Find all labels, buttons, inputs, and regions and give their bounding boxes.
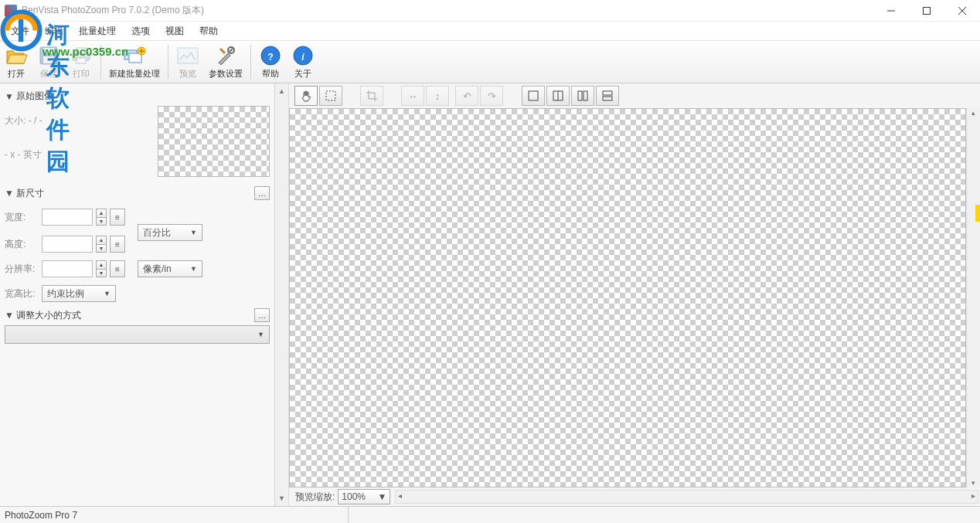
window-title: BenVista PhotoZoom Pro 7.0.2 (Demo 版本) [22,4,873,17]
svg-rect-26 [584,91,587,100]
flip-vertical-button[interactable]: ↕ [426,86,449,106]
svg-rect-15 [178,48,198,63]
width-label: 宽度: [5,211,39,224]
menu-file[interactable]: 文件 [3,22,37,40]
resize-method-combo[interactable]: ▼ [5,325,270,344]
printer-icon [70,44,93,67]
flip-horizontal-button[interactable]: ↔ [401,86,424,106]
toolbar-separator [250,45,251,79]
preview-footer: 预览缩放: 100%▼ [289,487,980,506]
width-spinner[interactable]: ▲▼ [96,209,107,226]
svg-rect-22 [529,91,538,100]
svg-rect-8 [43,56,54,63]
aspect-label: 宽高比: [5,287,39,301]
svg-rect-3 [924,7,931,14]
collapse-triangle-icon: ▼ [5,310,14,321]
tools-icon [214,44,237,67]
resolution-input[interactable] [42,260,93,277]
resolution-label: 分辨率: [5,263,39,276]
help-icon: ? [259,44,282,67]
app-icon [5,5,17,17]
original-thumbnail [158,106,270,177]
preview-pane: ↔ ↕ ↶ ↷ 预览缩放: 100%▼ [289,83,980,506]
original-dims-label: - x - 英寸 [5,144,151,165]
svg-rect-10 [77,48,86,53]
collapse-triangle-icon: ▼ [5,91,14,102]
folder-open-icon [5,44,28,67]
batch-icon [123,44,146,67]
view-split-horizontal-button[interactable] [596,86,619,106]
new-batch-button[interactable]: 新建批量处理 [104,41,165,83]
svg-rect-25 [578,91,582,100]
hand-tool-button[interactable] [294,86,318,106]
svg-rect-21 [326,91,335,100]
menu-edit[interactable]: 编辑 [37,22,71,40]
preview-button[interactable]: 预览 [172,41,204,83]
original-image-section-header[interactable]: ▼ 原始图像 [5,90,270,103]
svg-text:?: ? [267,52,273,63]
resolution-unit-combo[interactable]: 像素/in▼ [138,260,202,277]
menu-bar: 文件 编辑 批量处理 选项 视图 帮助 [0,22,980,40]
height-link-button[interactable]: ≡ [110,236,125,253]
settings-button[interactable]: 参数设置 [204,41,247,83]
aspect-combo[interactable]: 约束比例▼ [42,285,116,302]
view-split-center-button[interactable] [546,86,570,106]
width-link-button[interactable]: ≡ [110,209,125,226]
original-size-label: 大小: - / - [5,110,151,131]
window-maximize-button[interactable] [909,0,944,22]
menu-batch[interactable]: 批量处理 [71,22,124,40]
svg-rect-7 [43,48,54,53]
crop-button[interactable] [360,86,383,106]
menu-help[interactable]: 帮助 [192,22,226,40]
preview-canvas[interactable] [289,108,966,487]
open-button[interactable]: 打开 [0,41,32,83]
collapse-triangle-icon: ▼ [5,188,14,199]
about-button[interactable]: i 关于 [287,41,319,83]
menu-view[interactable]: 视图 [158,22,192,40]
status-bar: PhotoZoom Pro 7 [0,506,980,523]
preview-icon [176,44,199,67]
main-toolbar: 打开 保存 打印 新建批量处理 预览 参数设置 ? 帮助 [0,40,980,83]
menu-options[interactable]: 选项 [124,22,158,40]
view-single-button[interactable] [522,86,545,106]
height-input[interactable] [42,236,93,253]
resolution-spinner[interactable]: ▲▼ [96,260,107,277]
window-edge-handle[interactable] [975,205,980,222]
toolbar-separator [168,45,168,79]
resize-method-more-button[interactable]: … [254,308,270,322]
unit-combo[interactable]: 百分比▼ [138,224,202,241]
status-product: PhotoZoom Pro 7 [5,510,77,521]
status-separator [348,507,349,523]
preview-vertical-scrollbar[interactable] [966,108,980,487]
print-button[interactable]: 打印 [65,41,97,83]
rotate-left-button[interactable]: ↶ [455,86,478,106]
svg-rect-27 [603,91,612,95]
preview-toolbar: ↔ ↕ ↶ ↷ [289,83,980,108]
height-spinner[interactable]: ▲▼ [96,236,107,253]
window-minimize-button[interactable] [873,0,909,22]
height-label: 高度: [5,238,39,251]
save-button[interactable]: 保存 [32,41,65,83]
new-size-more-button[interactable]: … [254,186,270,200]
resolution-link-button[interactable]: ≡ [110,260,125,277]
help-button[interactable]: ? 帮助 [254,41,287,83]
toolbar-separator [100,45,101,79]
info-icon: i [291,44,315,67]
svg-rect-11 [77,58,86,63]
rotate-right-button[interactable]: ↷ [480,86,503,106]
floppy-icon [37,44,60,67]
preview-horizontal-scrollbar[interactable] [395,490,978,504]
window-close-button[interactable] [944,0,980,22]
zoom-label: 预览缩放: [295,491,335,504]
width-input[interactable] [42,209,93,226]
chevron-down-icon: ▼ [377,491,386,502]
view-split-vertical-button[interactable] [571,86,594,106]
left-sidebar: ▼ 原始图像 大小: - / - - x - 英寸 ▼ 新尺寸 … 宽度: ▲▼… [0,83,275,506]
zoom-combo[interactable]: 100%▼ [338,489,390,504]
svg-rect-28 [603,97,612,100]
new-size-section-header[interactable]: ▼ 新尺寸 … [5,186,270,200]
marquee-tool-button[interactable] [319,86,342,106]
sidebar-scrollbar[interactable]: ▲▼ [275,83,289,506]
window-titlebar: BenVista PhotoZoom Pro 7.0.2 (Demo 版本) [0,0,980,22]
resize-method-section-header[interactable]: ▼ 调整大小的方式 … [5,308,270,322]
